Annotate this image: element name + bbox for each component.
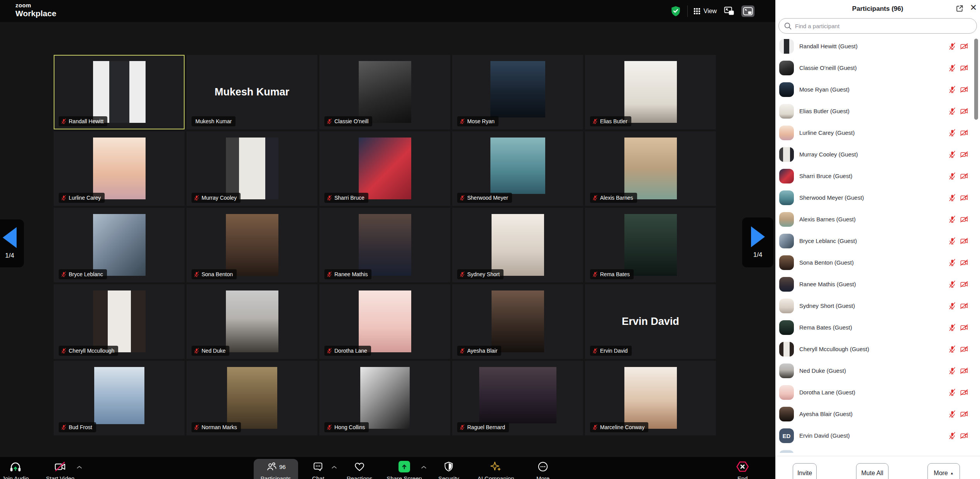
video-tile[interactable]: Randall Hewitt bbox=[54, 55, 185, 129]
tile-name-label: Sona Benton bbox=[192, 269, 237, 279]
end-meeting-button[interactable]: End bbox=[717, 459, 768, 479]
video-tile[interactable]: Bryce Leblanc bbox=[54, 208, 185, 282]
invite-button[interactable]: Invite bbox=[793, 463, 817, 479]
video-off-icon bbox=[960, 194, 968, 202]
panel-footer: Invite Mute All More ▲ bbox=[775, 456, 980, 479]
next-page-button[interactable]: 1/4 bbox=[742, 217, 773, 267]
participant-row[interactable]: Mose Ryan (Guest) bbox=[775, 79, 980, 100]
video-tile[interactable]: Murray Cooley bbox=[187, 131, 317, 206]
video-tile[interactable]: Sydney Short bbox=[452, 208, 583, 282]
scrollbar-thumb[interactable] bbox=[974, 39, 978, 120]
participant-row[interactable]: Ned Duke (Guest) bbox=[775, 360, 980, 382]
tile-participant-name: Bud Frost bbox=[69, 424, 92, 430]
top-bar: zoom Workplace View bbox=[0, 0, 775, 22]
participant-row[interactable]: Sona Benton (Guest) bbox=[775, 252, 980, 273]
video-tile[interactable]: Classie O'neill bbox=[319, 55, 450, 129]
participant-row[interactable]: Classie O'neill (Guest) bbox=[775, 57, 980, 79]
video-tile[interactable]: Elias Butler bbox=[585, 55, 716, 129]
participant-row[interactable]: Sharri Bruce (Guest) bbox=[775, 165, 980, 187]
start-video-button[interactable]: Start Video bbox=[35, 459, 85, 479]
participant-list: Randall Hewitt (Guest) Classie O'neill (… bbox=[775, 36, 980, 453]
participant-row[interactable]: Bud Frost (Guest) bbox=[775, 447, 980, 453]
search-input[interactable] bbox=[795, 19, 965, 33]
participant-row[interactable]: ED Ervin David (Guest) bbox=[775, 425, 980, 447]
avatar bbox=[779, 363, 794, 378]
close-icon[interactable]: ✕ bbox=[969, 3, 978, 12]
tile-participant-name: Alexis Barnes bbox=[600, 195, 633, 201]
video-tile[interactable]: Ayesha Blair bbox=[452, 284, 583, 359]
participant-name: Classie O'neill (Guest) bbox=[799, 57, 857, 79]
video-tile[interactable]: Hong Collins bbox=[319, 361, 450, 435]
video-tile[interactable]: Cheryll Mccullough bbox=[54, 284, 185, 359]
minimize-layout-icon[interactable] bbox=[741, 5, 754, 17]
video-tile[interactable]: Lurline Carey bbox=[54, 131, 185, 206]
participant-row[interactable]: Murray Cooley (Guest) bbox=[775, 144, 980, 165]
meeting-window: zoom Workplace View bbox=[0, 0, 775, 479]
tile-name-label: Mose Ryan bbox=[457, 116, 498, 126]
join-audio-button[interactable]: Join Audio bbox=[0, 459, 41, 479]
more-button[interactable]: More bbox=[518, 459, 568, 479]
avatar bbox=[779, 39, 794, 54]
mic-off-icon bbox=[326, 195, 332, 201]
mute-all-button[interactable]: Mute All bbox=[856, 463, 888, 479]
participant-name: Cheryll Mccullough (Guest) bbox=[799, 338, 869, 360]
participant-row[interactable]: Sydney Short (Guest) bbox=[775, 295, 980, 317]
panel-more-button[interactable]: More ▲ bbox=[927, 463, 960, 479]
video-tile[interactable]: Ned Duke bbox=[187, 284, 317, 359]
mic-off-icon bbox=[592, 424, 598, 430]
video-tile[interactable]: Bud Frost bbox=[54, 361, 185, 435]
security-button[interactable]: Security bbox=[424, 459, 474, 479]
mic-off-icon bbox=[948, 280, 956, 289]
tile-participant-name: Sydney Short bbox=[467, 271, 500, 277]
tile-name-label: Classie O'neill bbox=[324, 116, 372, 126]
security-label: Security bbox=[438, 475, 459, 479]
video-tile[interactable]: Mukesh Kumar Mukesh Kumar bbox=[187, 55, 317, 129]
participant-row[interactable]: Cheryll Mccullough (Guest) bbox=[775, 338, 980, 360]
video-tile[interactable]: Sherwood Meyer bbox=[452, 131, 583, 206]
video-tile[interactable]: Marceline Conway bbox=[585, 361, 716, 435]
participant-photo bbox=[93, 138, 146, 199]
video-tile[interactable]: Sharri Bruce bbox=[319, 131, 450, 206]
participant-row[interactable]: Rema Bates (Guest) bbox=[775, 317, 980, 338]
participant-row[interactable]: Bryce Leblanc (Guest) bbox=[775, 230, 980, 252]
participant-row[interactable]: Ayesha Blair (Guest) bbox=[775, 403, 980, 425]
participant-row[interactable]: Alexis Barnes (Guest) bbox=[775, 209, 980, 230]
reactions-label: Reactions bbox=[347, 475, 373, 479]
video-tile[interactable]: Sona Benton bbox=[187, 208, 317, 282]
topbar-divider bbox=[687, 5, 688, 17]
participant-photo bbox=[490, 138, 545, 194]
participant-row[interactable]: Lurline Carey (Guest) bbox=[775, 122, 980, 144]
ai-companion-button[interactable]: AI Companion bbox=[471, 459, 521, 479]
video-tile[interactable]: Norman Marks bbox=[187, 361, 317, 435]
share-screen-button[interactable]: Share Screen bbox=[379, 459, 429, 479]
picture-in-picture-icon[interactable] bbox=[722, 5, 736, 17]
view-button[interactable]: View bbox=[693, 8, 717, 15]
video-tile[interactable]: Alexis Barnes bbox=[585, 131, 716, 206]
reactions-button[interactable]: Reactions bbox=[334, 459, 385, 479]
popout-icon[interactable] bbox=[955, 4, 965, 14]
participant-row[interactable]: Sherwood Meyer (Guest) bbox=[775, 187, 980, 209]
video-tile[interactable]: Ervin David Ervin David bbox=[585, 284, 716, 359]
participant-photo bbox=[492, 290, 544, 352]
participant-name: Sherwood Meyer (Guest) bbox=[799, 187, 864, 209]
encryption-shield-icon[interactable] bbox=[670, 5, 682, 17]
participant-row[interactable]: Dorotha Lane (Guest) bbox=[775, 382, 980, 403]
invite-label: Invite bbox=[797, 470, 812, 477]
participant-photo bbox=[226, 138, 278, 199]
tile-participant-name: Sherwood Meyer bbox=[467, 195, 508, 201]
participant-row[interactable]: Randall Hewitt (Guest) bbox=[775, 36, 980, 57]
mic-off-icon bbox=[326, 118, 332, 124]
panel-more-label: More bbox=[934, 470, 948, 477]
previous-page-button[interactable]: 1/4 bbox=[0, 219, 24, 267]
video-options-caret-icon[interactable] bbox=[76, 465, 82, 469]
participant-search[interactable] bbox=[778, 18, 977, 34]
video-tile[interactable]: Rema Bates bbox=[585, 208, 716, 282]
video-tile[interactable]: Mose Ryan bbox=[452, 55, 583, 129]
avatar bbox=[779, 126, 794, 140]
video-tile[interactable]: Raguel Bernard bbox=[452, 361, 583, 435]
video-tile[interactable]: Ranee Mathis bbox=[319, 208, 450, 282]
participant-row[interactable]: Elias Butler (Guest) bbox=[775, 100, 980, 122]
video-tile[interactable]: Dorotha Lane bbox=[319, 284, 450, 359]
participant-row[interactable]: Ranee Mathis (Guest) bbox=[775, 273, 980, 295]
tile-name-label: Raguel Bernard bbox=[457, 422, 509, 432]
